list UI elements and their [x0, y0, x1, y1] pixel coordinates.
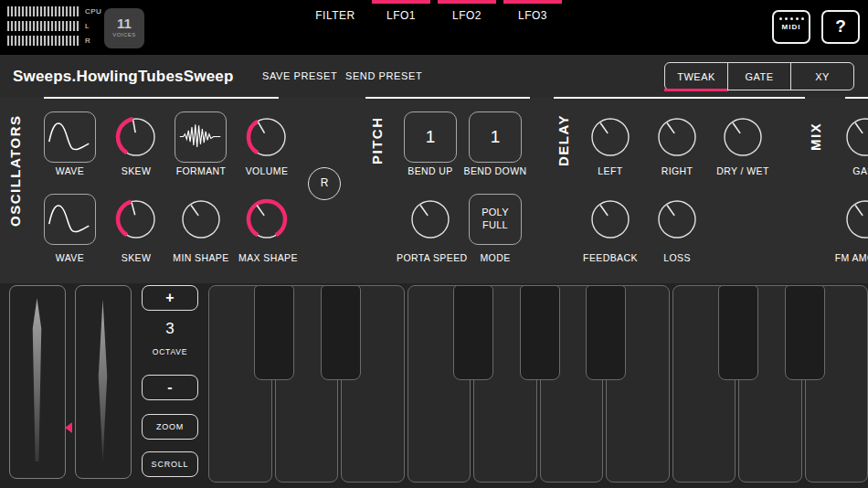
- pitch-section-line: [365, 97, 530, 99]
- octave-value: 3: [142, 320, 198, 338]
- cpu-meter: CPU: [7, 6, 101, 16]
- delay-left-label: LEFT: [589, 165, 631, 176]
- wave-1-icon: [45, 112, 94, 161]
- pitch-wheel[interactable]: [9, 285, 66, 479]
- voices-label: VOICES: [104, 32, 144, 37]
- skew-2-label: SKEW: [111, 252, 161, 263]
- min-shape-label: MIN SHAPE: [172, 252, 230, 263]
- volume-label: VOLUME: [240, 165, 293, 176]
- mod-wheel[interactable]: [75, 285, 132, 479]
- skew-knob-2[interactable]: [115, 198, 157, 240]
- delay-left-knob[interactable]: [589, 116, 631, 158]
- right-meter-bars: [7, 36, 80, 46]
- tab-lfo3-active-bar: [503, 0, 562, 4]
- send-preset-button[interactable]: SEND PRESET: [345, 55, 422, 98]
- black-key[interactable]: [718, 285, 758, 380]
- bend-down-label: BEND DOWN: [462, 165, 528, 176]
- formant-label: FORMANT: [169, 165, 233, 176]
- help-icon: ?: [823, 12, 858, 41]
- save-preset-button[interactable]: SAVE PRESET: [262, 55, 337, 98]
- octave-down-button[interactable]: -: [142, 375, 198, 400]
- delay-right-knob[interactable]: [656, 116, 698, 158]
- feedback-knob[interactable]: [589, 198, 631, 240]
- tab-filter-label: FILTER: [315, 9, 355, 22]
- min-shape-knob[interactable]: [180, 198, 222, 240]
- pitch-title: PITCH: [369, 113, 385, 168]
- black-key[interactable]: [453, 285, 493, 380]
- midi-icon: [774, 17, 809, 20]
- cpu-meter-label: CPU: [85, 7, 101, 16]
- level-meters: CPU L R: [7, 6, 101, 46]
- wave-display-2[interactable]: [44, 194, 96, 245]
- tab-lfo2-label: LFO2: [452, 9, 482, 22]
- black-key[interactable]: [520, 285, 560, 380]
- max-shape-label: MAX SHAPE: [238, 252, 295, 263]
- wave-display-1[interactable]: [44, 111, 96, 163]
- dry-wet-label: DRY / WET: [715, 165, 771, 176]
- tab-lfo2[interactable]: LFO2: [434, 0, 500, 22]
- porta-speed-knob[interactable]: [409, 198, 451, 240]
- mode-xy-button[interactable]: XY: [790, 62, 854, 90]
- voices-indicator: 11 VOICES: [104, 8, 144, 48]
- tab-lfo3-label: LFO3: [518, 9, 547, 22]
- tab-lfo1[interactable]: LFO1: [368, 0, 434, 22]
- mode-switcher: TWEAK GATE XY: [664, 62, 854, 90]
- bend-up-value[interactable]: 1: [404, 111, 457, 163]
- black-key[interactable]: [785, 285, 825, 380]
- piano-keyboard: [208, 285, 868, 483]
- wave-1-label: WAVE: [44, 165, 96, 176]
- octave-label: OCTAVE: [142, 347, 198, 356]
- wave-2-label: WAVE: [44, 252, 96, 263]
- black-key[interactable]: [321, 285, 361, 380]
- loss-label: LOSS: [656, 252, 698, 263]
- mode-label: MODE: [469, 252, 522, 263]
- left-meter-label: L: [85, 22, 90, 30]
- max-shape-knob[interactable]: [246, 198, 288, 240]
- delay-right-label: RIGHT: [654, 165, 700, 176]
- left-meter-bars: [7, 21, 80, 31]
- volume-knob[interactable]: [246, 116, 288, 158]
- skew-knob-1[interactable]: [115, 116, 157, 158]
- formant-icon: [175, 112, 225, 161]
- oscillators-section-line: [44, 97, 279, 99]
- delay-title: DELAY: [556, 113, 571, 168]
- gain-knob[interactable]: [844, 116, 868, 158]
- gain-label: GAIN: [844, 165, 868, 176]
- right-level-meter: R: [7, 36, 101, 46]
- porta-speed-label: PORTA SPEED: [397, 252, 464, 263]
- midi-button-label: MIDI: [774, 23, 809, 31]
- tab-lfo3[interactable]: LFO3: [500, 0, 566, 22]
- cpu-meter-bars: [7, 6, 80, 16]
- keyboard-area: + 3 OCTAVE - ZOOM SCROLL: [0, 283, 868, 488]
- fm-amount-knob[interactable]: [844, 198, 868, 240]
- black-key[interactable]: [586, 285, 626, 380]
- right-meter-label: R: [85, 37, 90, 45]
- feedback-label: FEEDBACK: [583, 252, 638, 263]
- tab-lfo1-label: LFO1: [386, 9, 416, 22]
- bend-down-value[interactable]: 1: [469, 111, 522, 163]
- octave-up-button[interactable]: +: [142, 285, 198, 311]
- mix-section-line: [845, 97, 868, 99]
- randomize-button[interactable]: R: [308, 167, 341, 200]
- midi-button[interactable]: MIDI: [772, 10, 810, 44]
- tab-lfo2-active-bar: [438, 0, 496, 4]
- left-level-meter: L: [7, 21, 101, 31]
- black-key[interactable]: [254, 285, 294, 380]
- mode-tweak-button[interactable]: TWEAK: [664, 62, 728, 90]
- voices-count: 11: [104, 16, 144, 31]
- scroll-button[interactable]: SCROLL: [142, 451, 198, 477]
- zoom-button[interactable]: ZOOM: [142, 414, 198, 440]
- pitch-wheel-strip: [10, 286, 64, 477]
- mode-value[interactable]: POLY FULL: [469, 194, 522, 245]
- tab-filter[interactable]: FILTER: [302, 0, 368, 22]
- preset-bar: Sweeps.HowlingTubesSweep SAVE PRESET SEN…: [0, 55, 868, 98]
- formant-display[interactable]: [175, 111, 227, 163]
- tab-lfo1-active-bar: [372, 0, 430, 4]
- mod-wheel-marker-icon: [65, 422, 72, 433]
- loss-knob[interactable]: [656, 198, 698, 240]
- mod-wheel-strip: [76, 286, 130, 477]
- help-button[interactable]: ?: [821, 10, 860, 44]
- dry-wet-knob[interactable]: [722, 116, 764, 158]
- preset-title[interactable]: Sweeps.HowlingTubesSweep: [13, 55, 234, 98]
- mode-gate-button[interactable]: GATE: [727, 62, 791, 90]
